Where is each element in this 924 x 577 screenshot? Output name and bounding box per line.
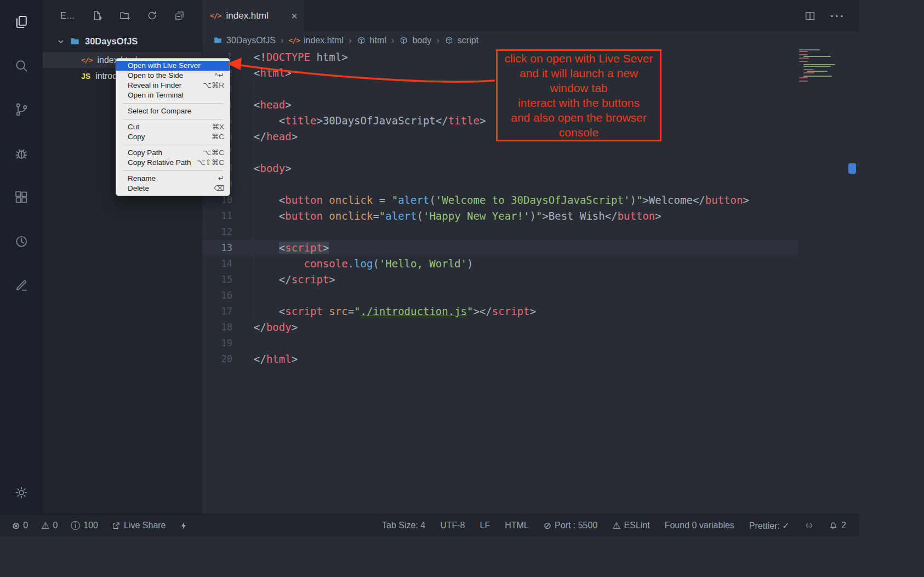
breadcrumb-separator: › bbox=[391, 35, 395, 46]
line-text: <head> bbox=[254, 97, 292, 113]
status-text: 0 bbox=[53, 521, 58, 530]
status-text: Found 0 variables bbox=[665, 521, 734, 530]
menu-item-label: Copy Relative Path bbox=[128, 158, 191, 168]
status-item-lf[interactable]: LF bbox=[480, 521, 490, 530]
breadcrumb-item-index.html[interactable]: </>index.html bbox=[288, 36, 343, 45]
status-item-utf-8[interactable]: UTF-8 bbox=[440, 521, 465, 530]
history-icon[interactable] bbox=[14, 233, 29, 249]
line-text: </body> bbox=[254, 319, 298, 335]
annotation-line: and also open the browser bbox=[511, 110, 647, 125]
annotation-box: click on open with Live Severand it will… bbox=[496, 49, 661, 141]
status-item-smiley[interactable]: ☺ bbox=[805, 520, 814, 531]
status-item-port-5500[interactable]: ⊘Port : 5500 bbox=[544, 520, 598, 532]
extensions-icon[interactable] bbox=[14, 190, 29, 205]
code-line-9[interactable]: 9 bbox=[202, 176, 798, 192]
status-item-live-share[interactable]: Live Share bbox=[111, 521, 166, 530]
status-item-tab-size-4[interactable]: Tab Size: 4 bbox=[382, 521, 425, 530]
code-line-7[interactable]: 7 bbox=[202, 145, 798, 161]
menu-item-open-in-terminal[interactable]: Open in Terminal bbox=[116, 90, 230, 100]
menu-item-copy-relative-path[interactable]: Copy Relative Path⌥⇧⌘C bbox=[116, 158, 230, 168]
settings-gear-icon[interactable] bbox=[14, 485, 29, 500]
line-text: </head> bbox=[254, 129, 298, 145]
code-line-14[interactable]: 14 console.log('Hello, World') bbox=[202, 256, 798, 272]
collapse-all-icon[interactable] bbox=[174, 10, 185, 21]
status-item-html[interactable]: HTML bbox=[505, 521, 529, 530]
info-icon: ⓘ bbox=[71, 519, 80, 532]
menu-item-label: Reveal in Finder bbox=[128, 81, 181, 90]
new-file-icon[interactable] bbox=[92, 10, 103, 21]
code-line-19[interactable]: 19 bbox=[202, 335, 798, 351]
line-number: 15 bbox=[202, 272, 232, 288]
menu-item-copy[interactable]: Copy⌘C bbox=[116, 132, 230, 142]
source-control-icon[interactable] bbox=[14, 102, 29, 117]
status-item-found-0-variables[interactable]: Found 0 variables bbox=[665, 521, 734, 530]
menu-item-shortcut: ↵ bbox=[218, 174, 224, 184]
explorer-actions bbox=[92, 10, 185, 21]
run-debug-icon[interactable] bbox=[14, 146, 29, 161]
line-number: 17 bbox=[202, 304, 232, 319]
close-icon[interactable]: × bbox=[291, 10, 298, 21]
status-item-eslint[interactable]: ⚠ESLint bbox=[612, 520, 649, 532]
status-text: UTF-8 bbox=[440, 521, 465, 530]
line-text: <button onclick = "alert('Welcome to 30D… bbox=[254, 192, 749, 208]
menu-item-open-to-the-side[interactable]: Open to the Side^↵ bbox=[116, 71, 230, 81]
menu-item-label: Open in Terminal bbox=[128, 90, 184, 100]
code-line-8[interactable]: 8<body> bbox=[202, 161, 798, 176]
explorer-icon[interactable] bbox=[14, 14, 29, 30]
menu-item-delete[interactable]: Delete⌫ bbox=[116, 184, 230, 193]
code-line-10[interactable]: 10 <button onclick = "alert('Welcome to … bbox=[202, 192, 798, 208]
split-editor-icon[interactable] bbox=[804, 10, 816, 22]
breadcrumb-item-body[interactable]: body bbox=[399, 36, 431, 45]
status-text: Prettier: ✓ bbox=[749, 521, 790, 531]
search-icon[interactable] bbox=[14, 58, 29, 73]
code-line-18[interactable]: 18</body> bbox=[202, 319, 798, 335]
breadcrumb-item-30DaysOfJS[interactable]: 30DaysOfJS bbox=[213, 36, 276, 45]
line-text: </html> bbox=[254, 351, 298, 367]
status-text: Port : 5500 bbox=[555, 521, 597, 530]
more-actions-icon[interactable]: ··· bbox=[830, 9, 845, 22]
menu-separator bbox=[123, 145, 223, 145]
line-text: </script> bbox=[254, 272, 335, 288]
tab-index-html[interactable]: </> index.html × bbox=[202, 0, 304, 31]
minimap[interactable] bbox=[798, 49, 847, 82]
status-item-bolt[interactable] bbox=[179, 521, 189, 530]
code-line-16[interactable]: 16 bbox=[202, 288, 798, 304]
code-line-20[interactable]: 20</html> bbox=[202, 351, 798, 367]
menu-item-copy-path[interactable]: Copy Path⌥⌘C bbox=[116, 148, 230, 158]
menu-item-select-for-compare[interactable]: Select for Compare bbox=[116, 106, 230, 116]
bolt-icon bbox=[179, 521, 189, 530]
tab-bar: </> index.html × ··· bbox=[202, 0, 859, 31]
line-text: <html> bbox=[254, 65, 292, 81]
feedback-pen-icon[interactable] bbox=[14, 277, 29, 293]
cube-icon bbox=[444, 36, 454, 45]
new-folder-icon[interactable] bbox=[119, 10, 130, 21]
breadcrumb-item-script[interactable]: script bbox=[444, 36, 478, 45]
breadcrumb-item-html[interactable]: html bbox=[357, 36, 386, 45]
code-line-12[interactable]: 12 bbox=[202, 224, 798, 240]
menu-item-label: Rename bbox=[128, 174, 156, 184]
menu-item-label: Copy Path bbox=[128, 148, 162, 158]
menu-item-cut[interactable]: Cut⌘X bbox=[116, 122, 230, 132]
bell-icon bbox=[829, 521, 838, 530]
folder-icon bbox=[213, 36, 223, 45]
project-folder-row[interactable]: 30DaysOfJS bbox=[43, 33, 202, 49]
code-line-13[interactable]: 13 <script> bbox=[202, 240, 798, 256]
status-item-prettier-[interactable]: Prettier: ✓ bbox=[749, 521, 790, 531]
line-number: 19 bbox=[202, 335, 232, 351]
code-line-17[interactable]: 17 <script src="./introduction.js"></scr… bbox=[202, 304, 798, 319]
status-item-0[interactable]: ⚠0 bbox=[41, 520, 58, 532]
status-item-100[interactable]: ⓘ100 bbox=[71, 519, 98, 532]
status-item-0[interactable]: ⊗0 bbox=[12, 520, 28, 532]
menu-item-open-with-live-server[interactable]: Open with Live Server bbox=[116, 61, 230, 71]
smiley-icon: ☺ bbox=[805, 520, 814, 531]
menu-item-reveal-in-finder[interactable]: Reveal in Finder⌥⌘R bbox=[116, 81, 230, 90]
refresh-icon[interactable] bbox=[146, 10, 158, 21]
code-line-15[interactable]: 15 </script> bbox=[202, 272, 798, 288]
code-line-11[interactable]: 11 <button onclick="alert('Happy New Yea… bbox=[202, 208, 798, 224]
status-item-2[interactable]: 2 bbox=[829, 521, 846, 530]
html-file-icon: </> bbox=[210, 12, 221, 20]
menu-item-rename[interactable]: Rename↵ bbox=[116, 174, 230, 184]
folder-icon bbox=[70, 36, 80, 47]
status-right: Tab Size: 4UTF-8LFHTML⊘Port : 5500⚠ESLin… bbox=[382, 520, 846, 532]
menu-separator bbox=[123, 170, 223, 171]
